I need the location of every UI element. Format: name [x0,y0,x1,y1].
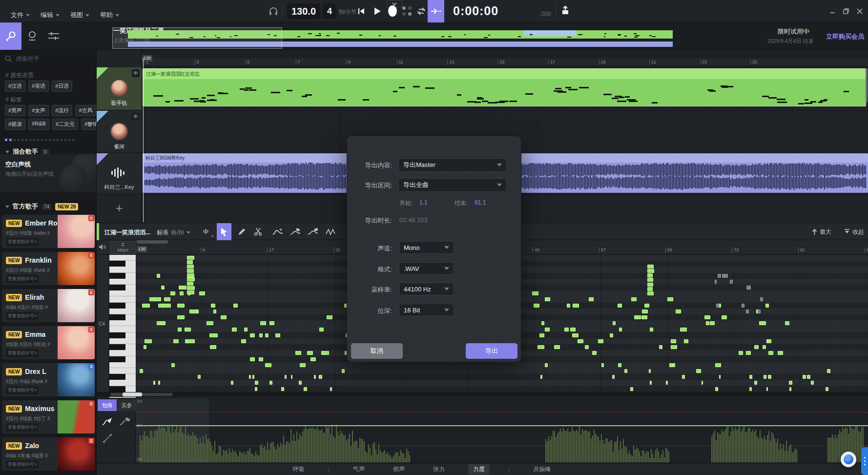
midi-note[interactable] [746,310,749,313]
singer-avatar[interactable] [110,123,128,140]
midi-note[interactable] [601,363,604,367]
envelope-line-tool[interactable] [103,434,112,443]
tag-2[interactable]: #流行 [52,105,72,116]
tag-1[interactable]: #R&B [28,119,49,130]
vertical-scrollbar-thumb[interactable] [866,68,868,103]
midi-note[interactable] [310,357,315,361]
metronome-dots-icon[interactable] [402,6,412,16]
white-key[interactable] [109,255,136,261]
white-key[interactable] [109,279,136,285]
midi-note[interactable] [702,381,703,385]
midi-note[interactable] [540,375,542,379]
format-select[interactable]: .WAV [399,262,454,275]
menu-0[interactable]: 文件 [11,11,30,20]
page-dot[interactable] [25,139,27,141]
midi-note[interactable] [180,291,184,295]
midi-note[interactable] [570,328,576,331]
horizontal-scrollbar[interactable] [97,392,868,397]
menu-2[interactable]: 视图 [70,11,89,20]
midi-note[interactable] [255,387,257,391]
midi-note[interactable] [259,357,263,361]
license-link[interactable]: 查看授权许可> [6,423,39,432]
midi-note[interactable] [647,273,653,277]
midi-note[interactable] [149,297,154,301]
singer-card-maximus[interactable]: NEWMaximus#流行 #情歌 #拉丁 #查看授权许可>英 [2,400,95,434]
midi-note[interactable] [778,351,783,355]
black-key[interactable] [109,303,136,309]
midi-note[interactable] [722,274,724,278]
midi-note[interactable] [673,363,675,367]
midi-note[interactable] [244,328,248,331]
black-key[interactable] [109,386,136,392]
midi-note[interactable] [650,381,652,385]
page-dot[interactable] [33,139,35,141]
midi-note[interactable] [171,363,175,367]
param-tab-1[interactable]: 气声 [348,464,370,475]
white-key[interactable] [109,309,136,314]
singer-search[interactable] [0,52,97,65]
midi-note[interactable] [187,265,194,268]
tag-3[interactable]: #古风 [75,105,96,116]
page-dot[interactable] [41,139,43,141]
playhead[interactable] [143,58,144,222]
param-tab-3[interactable]: 张力 [428,464,450,475]
white-key[interactable] [109,327,136,332]
midi-note[interactable] [696,369,701,373]
midi-note[interactable] [564,328,569,331]
midi-note[interactable] [537,345,544,349]
midi-note[interactable] [300,363,306,367]
midi-note[interactable] [330,387,332,391]
minimize-button[interactable] [828,7,837,16]
track-header-quehe[interactable]: 中 雀河 [97,111,142,153]
midi-note[interactable] [259,333,263,337]
edge-more-tab[interactable] [861,447,868,475]
singer-panel-button[interactable] [0,22,21,50]
midi-note[interactable] [578,339,583,343]
midi-note[interactable] [319,328,324,331]
midi-note[interactable] [659,345,662,349]
midi-note[interactable] [803,375,806,379]
midi-note[interactable] [145,339,152,343]
midi-note[interactable] [592,351,597,355]
page-dot[interactable] [61,139,62,141]
play-button[interactable] [373,7,382,16]
midi-note[interactable] [213,310,217,313]
arrangement-navigator[interactable] [128,22,674,50]
key-signature-box[interactable]: C Major [110,241,136,254]
midi-note[interactable] [618,304,622,308]
midi-note[interactable] [187,290,194,294]
midi-note[interactable] [231,381,233,385]
midi-note[interactable] [760,297,764,301]
singer-card-emma[interactable]: NEWEmma#情歌 #流行 #民谣 #查看授权许可>英 [2,326,95,359]
midi-note[interactable] [269,321,274,325]
midi-note[interactable] [768,351,773,355]
grid-setting-dropdown[interactable]: 标准 格/拍 [157,228,190,237]
lang-tag-1[interactable]: #英语 [28,81,49,92]
midi-note[interactable] [252,375,254,379]
page-dot[interactable] [18,139,20,141]
midi-note[interactable] [763,345,766,349]
midi-note[interactable] [291,375,293,379]
param-tab-0[interactable]: 呼吸 [288,464,310,475]
midi-note[interactable] [233,304,238,308]
midi-note[interactable] [299,381,302,385]
midi-note[interactable] [742,304,744,308]
midi-note[interactable] [676,310,681,313]
midi-note[interactable] [746,286,750,289]
midi-note[interactable] [706,321,709,325]
midi-note[interactable] [232,328,237,331]
midi-note[interactable] [260,321,266,325]
midi-note[interactable] [827,369,830,373]
channel-select[interactable]: Mono [399,241,454,254]
midi-note[interactable] [545,297,551,301]
midi-note[interactable] [746,351,751,355]
search-input[interactable] [16,55,92,62]
midi-note[interactable] [539,333,544,337]
midi-note[interactable] [285,375,287,379]
black-key[interactable] [109,344,136,350]
page-dot[interactable] [72,139,74,141]
param-tab-5[interactable]: 共振峰 [528,464,556,475]
midi-note[interactable] [281,387,285,391]
midi-note[interactable] [789,387,791,391]
param-tab-4[interactable]: 力度 [468,464,490,475]
